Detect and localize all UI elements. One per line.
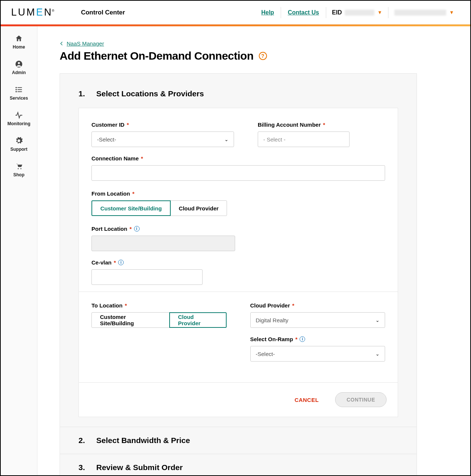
step-3-header[interactable]: 3. Review & Submit Order — [60, 454, 417, 475]
chevron-down-icon: ▼ — [377, 10, 382, 15]
sidebar-item-admin[interactable]: Admin — [1, 60, 37, 75]
to-customer-site-button[interactable]: Customer Site/Building — [91, 312, 170, 328]
eid-menu[interactable]: EID ▼ — [326, 7, 389, 18]
step-title: Review & Submit Order — [96, 463, 183, 472]
app-name: Control Center — [81, 9, 125, 16]
select-placeholder: - Select - — [263, 136, 285, 143]
connection-name-input[interactable] — [91, 165, 385, 181]
svg-point-9 — [20, 168, 21, 169]
svg-point-8 — [18, 168, 19, 169]
account-name-redacted — [394, 10, 446, 16]
lumen-logo: LUMEN® — [11, 7, 54, 18]
cancel-button[interactable]: CANCEL — [294, 397, 319, 403]
svg-point-2 — [16, 87, 17, 89]
activity-icon — [15, 111, 23, 119]
main-content: NaaS Manager Add Ethernet On-Demand Conn… — [37, 26, 470, 475]
sidebar-item-label: Support — [10, 147, 27, 152]
svg-point-4 — [16, 89, 17, 90]
step-number: 1. — [78, 89, 85, 98]
port-location-input[interactable] — [91, 236, 235, 251]
select-value: -Select- — [97, 136, 116, 143]
account-menu[interactable]: ▼ — [388, 7, 460, 18]
help-icon[interactable]: ? — [259, 52, 267, 60]
cloud-provider-select[interactable]: Digital Realty ⌄ — [250, 312, 385, 328]
billing-account-select[interactable]: - Select - — [258, 132, 350, 147]
step-2-header[interactable]: 2. Select Bandwidth & Price — [60, 427, 417, 454]
port-location-label: Port Location* i — [91, 226, 235, 232]
svg-rect-5 — [17, 89, 22, 90]
step-1-panel: Customer ID* -Select- ⌄ Billing Account … — [78, 108, 398, 417]
ce-vlan-input[interactable] — [91, 269, 203, 285]
eid-label: EID — [332, 9, 342, 16]
info-icon[interactable]: i — [300, 336, 305, 342]
contact-us-link[interactable]: Contact Us — [281, 7, 326, 18]
sidebar-item-support[interactable]: Support — [1, 137, 37, 152]
step-title: Select Bandwidth & Price — [96, 436, 190, 445]
step-1-footer: CANCEL CONTINUE — [79, 382, 398, 417]
help-link[interactable]: Help — [254, 7, 281, 18]
to-location-label: To Location* — [91, 302, 227, 309]
sidebar-item-shop[interactable]: Shop — [1, 162, 37, 177]
wizard-card: 1. Select Locations & Providers Customer… — [60, 73, 417, 475]
list-icon — [15, 86, 23, 94]
sidebar-item-monitoring[interactable]: Monitoring — [1, 111, 37, 126]
svg-rect-3 — [17, 87, 22, 88]
sidebar: Home Admin Services Monitoring Support S… — [1, 26, 37, 475]
svg-point-6 — [16, 91, 17, 93]
from-location-toggle: Customer Site/Building Cloud Provider — [91, 200, 385, 216]
from-location-label: From Location* — [91, 190, 385, 197]
customer-id-select[interactable]: -Select- ⌄ — [91, 132, 234, 147]
step-title: Select Locations & Providers — [96, 89, 204, 98]
on-ramp-label: Select On-Ramp* i — [250, 336, 385, 342]
top-header: LUMEN® Control Center Help Contact Us EI… — [1, 1, 470, 24]
sidebar-item-home[interactable]: Home — [1, 34, 37, 50]
info-icon[interactable]: i — [134, 226, 140, 232]
sidebar-item-services[interactable]: Services — [1, 86, 37, 101]
customer-id-label: Customer ID* — [91, 122, 234, 128]
chevron-down-icon: ⌄ — [375, 317, 380, 323]
cloud-provider-label: Cloud Provider* — [250, 302, 385, 309]
step-number: 2. — [78, 436, 85, 445]
page-title: Add Ethernet On-Demand Connection — [60, 50, 254, 62]
select-value: Digital Realty — [256, 317, 288, 323]
sidebar-item-label: Admin — [12, 70, 26, 75]
info-icon[interactable]: i — [118, 260, 124, 265]
step-number: 3. — [78, 463, 85, 472]
chevron-down-icon: ▼ — [449, 10, 454, 15]
chevron-left-icon — [60, 41, 64, 46]
home-icon — [15, 34, 23, 43]
connection-name-label: Connection Name* — [91, 155, 385, 162]
billing-account-label: Billing Account Number* — [258, 122, 350, 128]
on-ramp-select[interactable]: -Select- ⌄ — [250, 346, 385, 362]
step-1-header: 1. Select Locations & Providers — [60, 89, 417, 108]
gear-icon — [15, 137, 23, 145]
eid-value-redacted — [345, 10, 374, 16]
divider — [79, 292, 398, 292]
chevron-down-icon: ⌄ — [224, 137, 228, 142]
user-icon — [15, 60, 23, 68]
breadcrumb-back[interactable]: NaaS Manager — [60, 40, 470, 47]
sidebar-item-label: Monitoring — [7, 121, 30, 126]
cart-icon — [15, 162, 23, 170]
from-cloud-provider-button[interactable]: Cloud Provider — [170, 200, 227, 216]
svg-rect-7 — [17, 91, 22, 92]
breadcrumb-label: NaaS Manager — [67, 40, 104, 47]
select-value: -Select- — [256, 351, 275, 357]
continue-button[interactable]: CONTINUE — [335, 392, 387, 407]
svg-point-1 — [18, 62, 20, 64]
chevron-down-icon: ⌄ — [375, 351, 380, 357]
sidebar-item-label: Services — [10, 96, 28, 101]
sidebar-item-label: Shop — [13, 172, 24, 177]
to-cloud-provider-button[interactable]: Cloud Provider — [169, 312, 227, 328]
from-customer-site-button[interactable]: Customer Site/Building — [91, 200, 171, 216]
sidebar-item-label: Home — [13, 44, 25, 50]
to-location-toggle: Customer Site/Building Cloud Provider — [91, 312, 227, 328]
ce-vlan-label: Ce-vlan* i — [91, 259, 203, 266]
